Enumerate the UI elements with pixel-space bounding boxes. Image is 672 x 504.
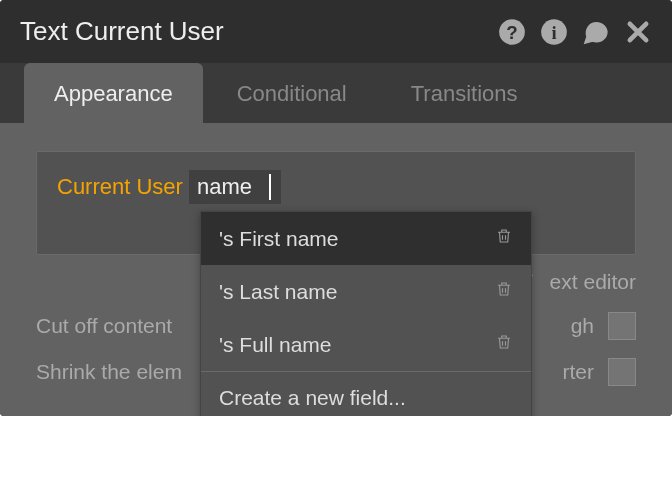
trash-icon[interactable]	[495, 226, 513, 251]
autocomplete-dropdown: 's First name 's Last name 's Full name	[200, 211, 532, 416]
tab-appearance[interactable]: Appearance	[24, 63, 203, 123]
dropdown-item-last-name[interactable]: 's Last name	[201, 265, 531, 318]
header-icon-group: ? i	[498, 18, 652, 46]
dropdown-create-label: Create a new field...	[219, 386, 406, 410]
expression-search-input[interactable]: name	[197, 174, 269, 200]
dropdown-item-full-name[interactable]: 's Full name	[201, 318, 531, 371]
trash-icon[interactable]	[495, 332, 513, 357]
svg-text:i: i	[551, 22, 556, 43]
tab-transitions[interactable]: Transitions	[381, 63, 548, 123]
expression-token-current-user[interactable]: Current User	[57, 174, 183, 200]
trash-icon[interactable]	[495, 279, 513, 304]
svg-text:?: ?	[506, 22, 517, 43]
expression-search-wrap[interactable]: name	[189, 170, 281, 204]
comment-icon[interactable]	[582, 18, 610, 46]
close-icon[interactable]	[624, 18, 652, 46]
tab-conditional[interactable]: Conditional	[207, 63, 377, 123]
row-label-shrink-trailing: rter	[563, 360, 595, 384]
dropdown-item-label: 's First name	[219, 227, 339, 251]
row-label-cutoff-trailing: gh	[571, 314, 594, 338]
checkbox-shrink[interactable]	[608, 358, 636, 386]
panel-header: Text Current User ? i	[0, 0, 672, 63]
tab-bar: Appearance Conditional Transitions	[0, 63, 672, 123]
info-icon[interactable]: i	[540, 18, 568, 46]
expression-line: Current User name	[57, 170, 615, 204]
panel-body: Current User name ext editor Cut off con…	[0, 123, 672, 416]
dropdown-item-label: 's Last name	[219, 280, 337, 304]
row-label-rich-trailing: ext editor	[550, 270, 636, 294]
panel-title: Text Current User	[20, 16, 498, 47]
text-cursor	[269, 174, 271, 200]
checkbox-cut-off[interactable]	[608, 312, 636, 340]
help-icon[interactable]: ?	[498, 18, 526, 46]
dropdown-item-first-name[interactable]: 's First name	[201, 212, 531, 265]
dropdown-create-new-field[interactable]: Create a new field...	[201, 372, 531, 416]
property-editor-panel: Text Current User ? i Appearance Conditi…	[0, 0, 672, 416]
dropdown-item-label: 's Full name	[219, 333, 332, 357]
